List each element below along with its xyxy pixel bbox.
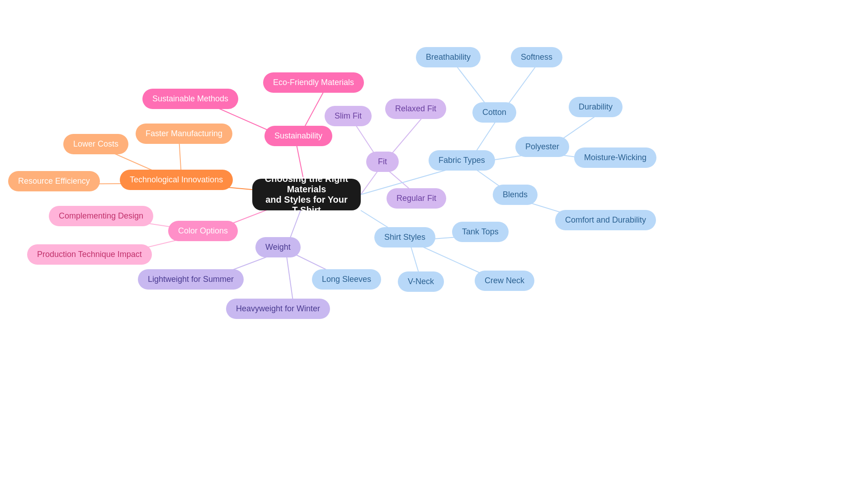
sustainability-node: Sustainability [264,126,332,146]
sustainable-methods-node: Sustainable Methods [142,89,238,109]
breathability-node: Breathability [416,47,481,67]
long-sleeves-node: Long Sleeves [312,269,381,290]
lightweight-node: Lightweight for Summer [138,269,244,290]
heavyweight-node: Heavyweight for Winter [226,299,330,319]
production-technique-node: Production Technique Impact [27,244,152,265]
faster-mfg-node: Faster Manufacturing [136,124,232,144]
vneck-node: V-Neck [398,271,444,292]
cotton-node: Cotton [472,102,516,123]
tank-tops-node: Tank Tops [452,222,509,242]
lower-costs-node: Lower Costs [63,134,128,154]
moisture-wicking-node: Moisture-Wicking [574,147,656,168]
softness-node: Softness [511,47,562,67]
tech-innovations-node: Technological Innovations [120,170,233,190]
color-options-node: Color Options [168,221,238,241]
complementing-design-node: Complementing Design [49,206,153,226]
relaxed-fit-node: Relaxed Fit [385,99,446,119]
fit-node: Fit [366,152,399,172]
crew-neck-node: Crew Neck [475,271,534,291]
slim-fit-node: Slim Fit [325,106,372,126]
eco-friendly-node: Eco-Friendly Materials [263,72,364,93]
resource-efficiency-node: Resource Efficiency [8,171,100,191]
regular-fit-node: Regular Fit [387,188,446,209]
shirt-styles-node: Shirt Styles [374,227,435,247]
weight-node: Weight [255,237,301,257]
comfort-durability-node: Comfort and Durability [555,210,656,230]
polyester-node: Polyester [515,137,569,157]
durability-node: Durability [569,97,623,117]
fabric-types-node: Fabric Types [429,150,495,171]
center-node: Choosing the Right Materialsand Styles f… [252,179,361,210]
blends-node: Blends [493,185,538,205]
